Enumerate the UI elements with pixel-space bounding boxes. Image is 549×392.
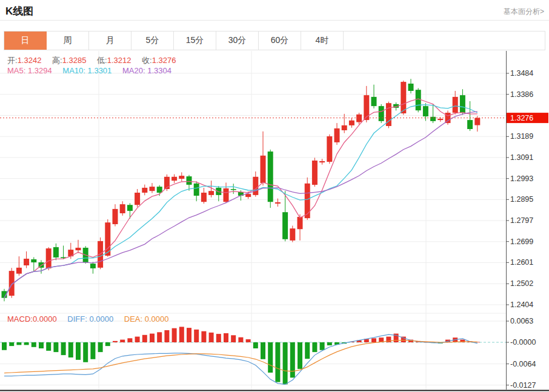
candle-body (24, 259, 29, 265)
candle-body (150, 187, 155, 191)
macd-histogram-bar (187, 328, 191, 342)
macd-histogram-bar (246, 339, 251, 342)
candle-body (423, 106, 428, 116)
candle-body (157, 187, 162, 193)
candle-body (290, 228, 295, 241)
macd-histogram-bar (290, 342, 295, 377)
macd-histogram-bar (120, 340, 125, 342)
candle-body (224, 188, 229, 202)
low-label: 低: (97, 56, 107, 65)
ma10-label: MA10: (62, 66, 85, 75)
candle-body (245, 194, 251, 197)
macd-histogram-bar (172, 328, 177, 342)
candle-body (312, 161, 318, 185)
ma20-line (4, 111, 477, 298)
macd-histogram-bar (216, 334, 221, 342)
y-axis-label: 1.3484 (510, 69, 533, 78)
candle-body (282, 212, 288, 239)
y-axis-label: 1.2993 (510, 174, 533, 183)
macd-histogram-bar (275, 342, 280, 382)
candle-body (305, 184, 310, 218)
candle-body (261, 156, 266, 183)
candle-body (319, 161, 325, 162)
y-axis-label: 1.3189 (510, 132, 533, 141)
macd-histogram-bar (16, 342, 21, 345)
dea-label: DEA: (124, 314, 142, 324)
candle-body (275, 202, 281, 204)
current-price-badge-text: 1.3276 (510, 114, 533, 122)
y-axis-label: 1.2601 (510, 258, 533, 267)
macd-histogram-bar (201, 331, 206, 342)
macd-histogram-bar (142, 335, 147, 342)
candle-body (349, 121, 354, 125)
macd-histogram-bar (90, 342, 95, 359)
candle-body (46, 248, 52, 268)
candle-body (76, 248, 81, 250)
dea-line (4, 341, 477, 373)
macd-histogram-bar (320, 342, 325, 350)
y-axis-label: 1.2404 (510, 301, 533, 309)
macd-histogram-bar (164, 330, 169, 342)
macd-histogram-bar (2, 342, 7, 350)
macd-value: 0.0000 (33, 314, 57, 324)
candle-body (179, 176, 184, 179)
macd-histogram-bar (39, 342, 44, 348)
macd-histogram-bar (53, 342, 58, 352)
macd-histogram-bar (224, 333, 228, 342)
diff-label: DIFF: (67, 314, 87, 324)
candle-body (142, 188, 147, 193)
macd-histogram-bar (371, 338, 376, 342)
macd-histogram-bar (76, 342, 81, 360)
candle-body (438, 119, 443, 120)
candle-body (187, 176, 192, 185)
candle-body (474, 118, 480, 125)
macd-histogram-bar (238, 337, 243, 342)
y-axis-label: 1.2797 (510, 216, 533, 225)
macd-histogram-bar (32, 342, 36, 347)
candle-body (430, 117, 436, 121)
candle-body (127, 205, 133, 211)
macd-histogram-bar (113, 341, 118, 342)
y-axis-label: 1.2895 (510, 195, 533, 204)
ma20-value: 1.3304 (147, 66, 171, 75)
candle-body (342, 125, 347, 130)
candle-body (208, 191, 214, 195)
macd-histogram-bar (298, 342, 302, 369)
candle-body (253, 177, 258, 195)
candle-body (334, 128, 340, 142)
candle-body (16, 268, 22, 274)
candle-body (371, 97, 377, 106)
candle-body (379, 106, 384, 121)
y-axis-label: 1.3091 (510, 153, 533, 162)
macd-histogram-bar (283, 342, 288, 384)
macd-label: MACD: (7, 314, 33, 324)
macd-histogram-bar (231, 335, 236, 342)
dea-value: 0.0000 (145, 314, 169, 324)
macd-histogram-bar (127, 338, 132, 342)
candle-body (113, 209, 118, 224)
macd-histogram-bar (9, 342, 14, 346)
candle-body (31, 259, 36, 262)
macd-histogram-bar (327, 342, 332, 345)
candle-body (356, 115, 362, 122)
candle-body (453, 97, 458, 113)
candle-body (416, 90, 421, 110)
candle-body (194, 184, 199, 196)
macd-axis-label: -0.0127 (510, 381, 536, 390)
high-value: 1.3285 (62, 56, 87, 65)
candle-body (90, 264, 96, 268)
ma10-value: 1.3301 (88, 66, 112, 75)
high-label: 高: (52, 56, 62, 65)
candle-body (327, 136, 332, 162)
macd-histogram-bar (305, 342, 310, 359)
macd-histogram-bar (61, 342, 66, 355)
open-value: 1.3242 (18, 56, 42, 65)
candle-body (268, 151, 273, 202)
candle-body (171, 177, 177, 181)
macd-info-row: MACD:0.0000 DIFF: 0.0000 DEA: 0.0000 (7, 314, 178, 324)
candle-body (408, 84, 414, 91)
candle-body (120, 204, 125, 213)
macd-histogram-bar (157, 332, 162, 342)
ohlc-info-row: 开:1.3242 高:1.3285 低:1.3212 收:1.3276 (7, 55, 184, 66)
open-label: 开: (7, 56, 18, 65)
